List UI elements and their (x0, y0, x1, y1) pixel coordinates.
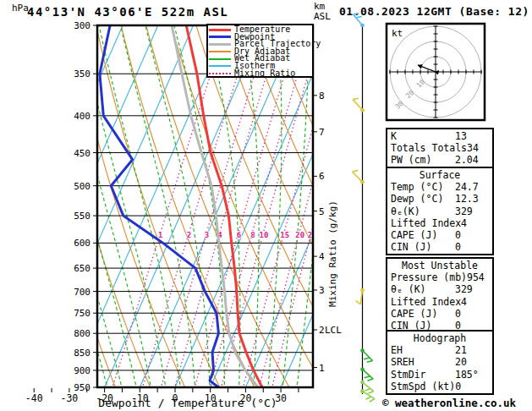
mixing-ratio-value-label: 20 (295, 231, 304, 239)
table-row-value: 329 (455, 206, 489, 217)
km-tick-label: 6 (319, 171, 325, 182)
table-title: Surface (387, 169, 492, 181)
mixing-ratio-value-label: 3 (205, 231, 209, 239)
table-row-label: Dewp (°C) (391, 193, 455, 205)
table-row-value: 0 (455, 381, 489, 392)
table-row-value: 0 (455, 308, 489, 320)
mixing-ratio-line (142, 30, 251, 389)
table-row: EH21 (387, 344, 492, 356)
table-row: PW (cm)2.04 (387, 154, 492, 166)
table-row-label: CAPE (J) (391, 308, 455, 320)
copyright-notice: © weatheronline.co.uk (382, 397, 516, 409)
temperature-tick-label: -40 (25, 392, 43, 404)
pressure-tick-label: 350 (74, 68, 90, 79)
table-row: θₑ(K)329 (387, 206, 492, 217)
wind-barb-feather (356, 17, 362, 18)
pressure-tick-label: 600 (74, 238, 90, 249)
table-row: Lifted Index4 (387, 296, 492, 308)
wind-barb-feather (364, 358, 370, 359)
table-row: Totals Totals34 (387, 142, 492, 154)
lcl-label: LCL (325, 325, 342, 336)
mixing-ratio-line (195, 30, 298, 389)
wet-adiabat-line (144, 20, 210, 391)
table-row-value: 13 (455, 130, 489, 142)
table-row: CIN (J)0 (387, 241, 492, 253)
isotherm-line (0, 25, 52, 387)
table-row-label: θₑ(K) (391, 206, 455, 217)
km-tick-label: 2 (319, 325, 325, 336)
surface-table: SurfaceTemp (°C)24.7Dewp (°C)12.3θₑ(K)32… (386, 167, 494, 255)
legend-item: Mixing Ratio (209, 70, 312, 78)
pressure-tick-label: 800 (74, 328, 90, 339)
legend-line-swatch (209, 65, 231, 67)
pressure-tick-label: 850 (74, 348, 90, 359)
wind-barb-feather (367, 361, 373, 363)
hodograph-unit-label: kt (392, 28, 403, 39)
wet-adiabat-line (47, 20, 137, 391)
table-row-value: 185° (455, 369, 489, 381)
table-row-label: Temp (°C) (391, 181, 455, 193)
mixing-ratio-value-label: 8 (250, 231, 255, 239)
table-row-label: Lifted Index (391, 217, 461, 229)
legend-line-swatch (209, 58, 231, 60)
dry-adiabat-line (493, 20, 532, 389)
table-row: StmSpd (kt)0 (387, 381, 492, 392)
table-row: Pressure (mb)954 (387, 271, 492, 283)
wind-barb-feather (365, 397, 370, 399)
pressure-tick-label: 750 (74, 308, 90, 319)
mixing-ratio-value-label: 6 (237, 231, 241, 239)
table-row-label: PW (cm) (391, 154, 455, 166)
legend-line-swatch (209, 43, 231, 46)
isotherm-line (0, 25, 17, 387)
wind-barb-feather (356, 301, 360, 304)
pressure-tick-label: 400 (74, 111, 90, 122)
km-tick-label: 5 (319, 206, 325, 217)
table-title: Hodograph (387, 332, 492, 344)
wind-barb-staff (353, 100, 362, 111)
pressure-tick-label: 450 (74, 148, 90, 159)
wind-barb-feather (353, 98, 359, 99)
table-row-value: 21 (455, 344, 489, 356)
table-row-value: 4 (461, 296, 489, 308)
wind-barb-feather (352, 170, 358, 172)
dry-adiabat-line (0, 20, 81, 389)
table-row: Temp (°C)24.7 (387, 181, 492, 193)
skewt-screenshot: hPa 44°13'N 43°06'E 522m ASL km ASL 01.0… (0, 0, 532, 411)
wind-barb-column (352, 14, 374, 402)
table-row-value: 329 (455, 283, 489, 295)
table-row-label: EH (391, 344, 455, 356)
pressure-tick-label: 500 (74, 181, 90, 192)
table-row-value: 20 (455, 356, 489, 368)
table-row-value: 24.7 (455, 181, 489, 193)
legend-line-swatch (209, 51, 231, 52)
table-row-value: 954 (467, 271, 489, 283)
pressure-tick-label: 900 (74, 365, 90, 376)
table-row: SREH20 (387, 356, 492, 368)
legend-line-swatch (209, 36, 231, 38)
pressure-tick-label: 650 (74, 263, 90, 274)
table-row-label: StmDir (391, 369, 455, 381)
km-tick-label: 7 (319, 127, 325, 138)
wind-barb-staff (354, 14, 363, 25)
indices-table: K13Totals Totals34PW (cm)2.04 (386, 128, 494, 169)
wind-barb-feather (370, 399, 375, 402)
temperature-axis-label: Dewpoint / Temperature (°C) (74, 397, 301, 409)
table-row: θₑ (K)329 (387, 283, 492, 295)
hodograph-table: HodographEH21SREH20StmDir185°StmSpd (kt)… (386, 330, 494, 395)
km-tick-label: 3 (319, 285, 325, 296)
table-row-label: Lifted Index (391, 296, 461, 308)
table-row-label: CAPE (J) (391, 229, 455, 241)
mixing-ratio-value-label: 15 (280, 231, 289, 239)
pressure-tick-label: 550 (74, 211, 90, 222)
wet-adiabat-line (119, 20, 195, 391)
table-row: StmDir185° (387, 369, 492, 381)
table-row-label: StmSpd (kt) (391, 381, 455, 392)
mixing-ratio-line (112, 30, 224, 389)
pressure-tick-label: 300 (74, 20, 90, 31)
table-title: Most Unstable (387, 260, 492, 271)
wet-adiabat-line (21, 20, 108, 391)
legend-item-label: Mixing Ratio (234, 70, 295, 78)
pressure-tick-label: 700 (74, 287, 90, 298)
wind-barb-feather (354, 14, 359, 14)
km-tick-label: 8 (319, 90, 325, 101)
